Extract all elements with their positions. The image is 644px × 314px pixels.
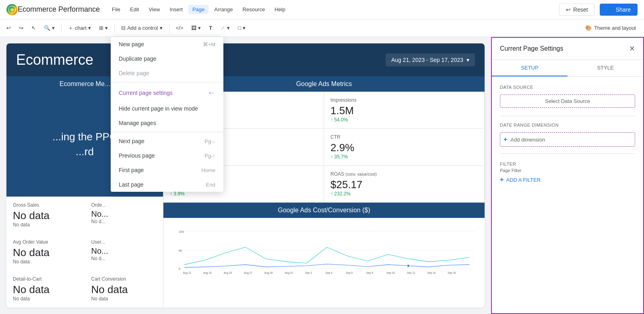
add-filter-button[interactable]: + ADD A FILTER <box>500 176 635 183</box>
svg-point-7 <box>407 264 410 267</box>
app-logo <box>6 4 18 15</box>
toolbar-separator-2 <box>114 23 115 33</box>
menu-file[interactable]: File <box>108 5 124 14</box>
next-page-shortcut: Pg-↓ <box>204 138 215 144</box>
svg-text:Sep 10: Sep 10 <box>386 271 395 275</box>
ads-impressions-change: ↑ 54.0% <box>330 117 478 123</box>
undo-button[interactable]: ↩ <box>3 23 14 33</box>
metric-gross-sales: Gross Sales No data No data <box>6 197 85 234</box>
metric-detail-cart-label: Detail-to-Cart <box>13 276 78 282</box>
chart-container: 100 50 0 <box>163 218 485 282</box>
metric-users-sub: No d... <box>91 256 157 261</box>
menu-page[interactable]: Page <box>188 5 208 14</box>
ads-roas-value: $25.17 <box>330 179 478 191</box>
svg-text:Sep 12: Sep 12 <box>407 271 415 275</box>
date-range-picker[interactable]: Aug 21, 2023 - Sep 17, 2023 ▾ <box>386 53 475 66</box>
panel-divider-1 <box>500 116 635 116</box>
menu-divider-2 <box>111 132 223 132</box>
metric-gross-sales-label: Gross Sales <box>13 202 78 208</box>
menu-manage-pages[interactable]: Manage pages <box>111 116 223 130</box>
metric-gross-sales-sub: No data <box>13 222 78 228</box>
image-button[interactable]: 🖼 ▾ <box>188 23 204 33</box>
add-icon: ＋ <box>68 25 73 32</box>
svg-text:Sep 16: Sep 16 <box>448 271 456 275</box>
metric-orders-value: No... <box>91 209 157 219</box>
delete-page-label: Delete page <box>119 70 149 76</box>
new-page-shortcut: ⌘+M <box>203 41 215 47</box>
menu-insert[interactable]: Insert <box>165 5 187 14</box>
tab-setup[interactable]: SETUP <box>492 60 568 76</box>
menu-last-page[interactable]: Last page End <box>111 177 223 192</box>
svg-text:Sep 6: Sep 6 <box>346 271 353 275</box>
select-tool-button[interactable]: ↖ <box>28 23 39 33</box>
current-page-settings-label: Current page settings <box>119 90 173 96</box>
chevron-down-icon-5: ▾ <box>198 25 201 31</box>
app-title: Ecommerce Performance <box>18 5 100 14</box>
theme-button[interactable]: 🎨 Theme and layout <box>580 23 641 33</box>
svg-text:Sep 8: Sep 8 <box>366 271 373 275</box>
menu-previous-page[interactable]: Previous page Pg-↑ <box>111 148 223 163</box>
metric-detail-cart-value: No data <box>13 283 78 296</box>
reset-button[interactable]: ↩ Reset <box>559 4 595 16</box>
redo-button[interactable]: ↪ <box>16 23 27 33</box>
menu-new-page[interactable]: New page ⌘+M <box>111 37 223 51</box>
svg-text:Aug 23: Aug 23 <box>203 271 212 275</box>
ecom-metrics-grid: Gross Sales No data No data Orde... No..… <box>6 197 163 308</box>
last-page-shortcut: End <box>206 182 215 188</box>
svg-text:0: 0 <box>179 267 181 271</box>
dashboard-card: Ecommerce Aug 21, 2023 - Sep 17, 2023 ▾ … <box>6 43 485 308</box>
select-datasource-button[interactable]: Select Data Source <box>500 94 635 108</box>
tab-style[interactable]: STYLE <box>568 60 643 76</box>
ads-section-title: Google Ads Metrics <box>296 80 352 87</box>
ecom-section-title: Ecommerce Me... <box>60 80 110 87</box>
chevron-down-icon-7: ▾ <box>243 25 246 31</box>
data-source-label: Data source <box>500 85 635 90</box>
right-panel: Current Page Settings ✕ SETUP STYLE Data… <box>491 37 644 314</box>
add-dimension-button[interactable]: + Add dimension <box>500 132 635 147</box>
svg-text:Aug 31: Aug 31 <box>285 271 293 275</box>
grid-button[interactable]: ⊞ ▾ <box>96 23 111 33</box>
close-button[interactable]: ✕ <box>629 44 635 53</box>
line-button[interactable]: ⟋ ▾ <box>217 23 233 33</box>
ads-roas-change: ↑ 232.2% <box>330 191 478 197</box>
duplicate-page-label: Duplicate page <box>119 55 156 62</box>
share-button[interactable]: 👤 Share <box>600 4 638 16</box>
code-button[interactable]: </> <box>173 23 187 33</box>
toolbar-separator-1 <box>61 23 62 33</box>
svg-text:Sep 14: Sep 14 <box>427 271 436 275</box>
filter-section-label: Filter <box>500 162 635 166</box>
menu-resource[interactable]: Resource <box>239 5 269 14</box>
toolbar: ↩ ↪ ↖ 🔍 ▾ ＋ chart ▾ ⊞ ▾ ⊟ Add a control … <box>0 19 644 37</box>
zoom-icon: 🔍 <box>44 25 50 31</box>
menu-view[interactable]: View <box>144 5 164 14</box>
text-button[interactable]: T <box>206 23 215 33</box>
svg-text:Sep 4: Sep 4 <box>326 271 332 275</box>
last-page-label: Last page <box>119 181 144 188</box>
menu-first-page[interactable]: First page Home <box>111 163 223 177</box>
dash-title-text: Ecommerce <box>16 51 93 68</box>
date-range-label: Date Range Dimension <box>500 123 635 127</box>
menu-next-page[interactable]: Next page Pg-↓ <box>111 134 223 148</box>
menu-edit[interactable]: Edit <box>126 5 143 14</box>
first-page-shortcut: Home <box>201 167 215 173</box>
chevron-down-icon: ▾ <box>52 25 55 31</box>
add-chart-button[interactable]: ＋ chart ▾ <box>65 23 94 33</box>
shape-icon: □ <box>238 25 241 31</box>
palette-icon: 🎨 <box>585 25 592 31</box>
menu-duplicate-page[interactable]: Duplicate page <box>111 51 223 66</box>
ads-ctr-label: CTR <box>330 134 478 140</box>
menu-help[interactable]: Help <box>270 5 289 14</box>
ads-ctr-change: ↑ 35.7% <box>330 154 478 160</box>
metric-detail-cart: Detail-to-Cart No data No data <box>6 271 85 308</box>
person-icon: 👤 <box>607 6 613 13</box>
menu-hide-page[interactable]: Hide current page in view mode <box>111 101 223 116</box>
ads-roas-label: ROAS (conv. value/cost) <box>330 171 478 177</box>
zoom-button[interactable]: 🔍 ▾ <box>41 23 58 33</box>
menu-current-page-settings[interactable]: Current page settings ← <box>111 84 223 101</box>
metric-orders: Orde... No... No d... <box>85 197 163 234</box>
shape-button[interactable]: □ ▾ <box>235 23 249 33</box>
add-control-button[interactable]: ⊟ Add a control ▾ <box>118 23 166 33</box>
manage-pages-label: Manage pages <box>119 120 156 126</box>
ads-roas: ROAS (conv. value/cost) $25.17 ↑ 232.2% <box>324 166 485 203</box>
menu-arrange[interactable]: Arrange <box>210 5 237 14</box>
